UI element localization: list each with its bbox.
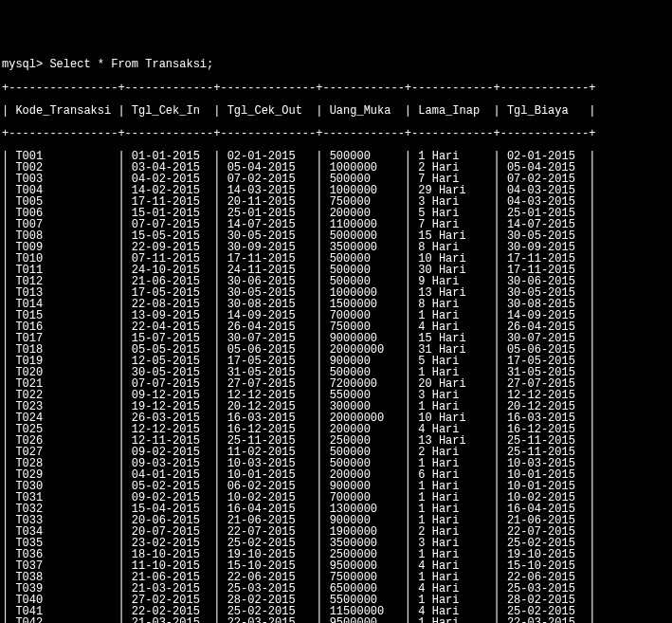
table-header-row: | Kode_Transaksi | Tgl_Cek_In | Tgl_Cek_…	[2, 105, 672, 117]
table-border-mid: +----------------+-------------+--------…	[2, 128, 672, 139]
sql-prompt[interactable]: mysql> Select * From Transaksi;	[2, 59, 672, 70]
table-border-top: +----------------+-------------+--------…	[2, 82, 672, 94]
mysql-terminal: mysql> Select * From Transaksi; +-------…	[2, 47, 672, 623]
table-body: | T001 | 01-01-2015 | 02-01-2015 | 50000…	[2, 151, 672, 623]
table-row: | T042 | 21-03-2015 | 22-03-2015 | 95000…	[2, 617, 672, 623]
